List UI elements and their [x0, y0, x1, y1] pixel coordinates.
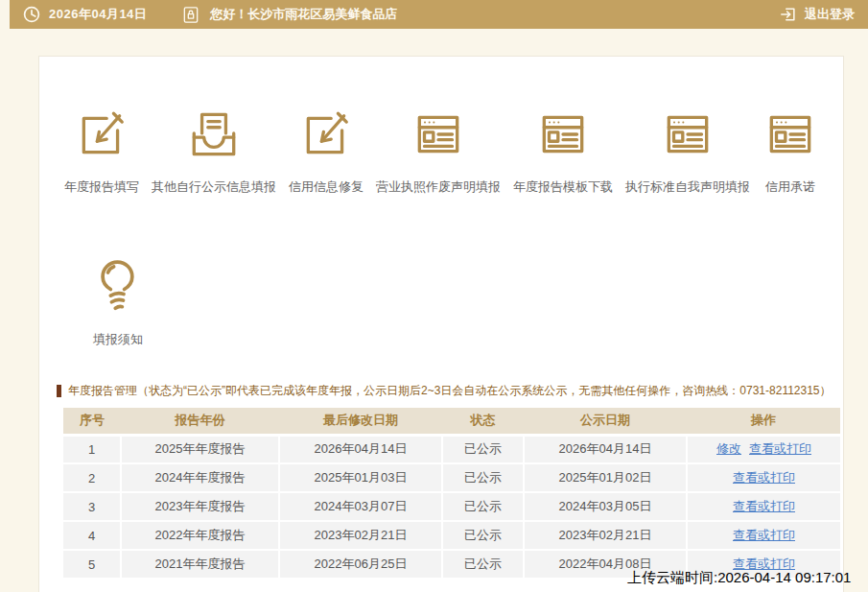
feature-credit-repair[interactable]: 信用信息修复 [289, 107, 364, 196]
cell-status: 已公示 [442, 521, 524, 550]
upload-timestamp-watermark: 上传云端时间:2026-04-14 09:17:01 [627, 569, 851, 587]
cell-published: 2025年01月02日 [524, 463, 687, 492]
feature-report-template-download[interactable]: 年度报告模板下载 [513, 107, 613, 196]
cell-year: 2024年年度报告 [121, 463, 279, 492]
view-print-link[interactable]: 查看或打印 [733, 470, 795, 485]
cell-modified: 2022年06月25日 [279, 550, 442, 579]
cell-modified: 2024年03月07日 [279, 492, 442, 521]
col-header-status: 状态 [442, 408, 524, 435]
feature-standard-self-declaration[interactable]: 执行标准自我声明填报 [625, 107, 750, 196]
cell-no: 5 [63, 550, 121, 579]
logout-label: 退出登录 [805, 6, 855, 23]
cell-year: 2025年年度报告 [121, 435, 279, 463]
col-header-no: 序号 [63, 408, 121, 435]
section-note-text: 年度报告管理（状态为“已公示”即代表已完成该年度年报，公示日期后2~3日会自动在… [68, 383, 832, 399]
feature-label: 信用承诺 [765, 178, 815, 196]
user-badge-icon [183, 6, 199, 24]
browser-form-icon [535, 107, 591, 162]
cell-year: 2021年年度报告 [121, 550, 279, 579]
feature-label: 营业执照作废声明填报 [376, 178, 501, 196]
browser-form-icon [411, 107, 466, 162]
cell-actions: 修改查看或打印 [687, 435, 840, 463]
main-panel: 年度报告填写 其他自行公示信息填报 信用信息修复 [38, 56, 844, 592]
feature-label: 执行标准自我声明填报 [625, 178, 750, 196]
cell-modified: 2026年04月14日 [279, 435, 442, 463]
browser-form-icon [762, 107, 818, 162]
cell-no: 3 [63, 492, 121, 521]
col-header-year: 报告年份 [121, 408, 279, 435]
cell-status: 已公示 [442, 492, 524, 521]
feature-license-void-declaration[interactable]: 营业执照作废声明填报 [376, 107, 501, 196]
view-print-link[interactable]: 查看或打印 [733, 499, 795, 513]
table-row: 3 2023年年度报告 2024年03月07日 已公示 2024年03月05日 … [63, 492, 840, 521]
table-row: 2 2024年年度报告 2025年01月03日 已公示 2025年01月02日 … [63, 463, 840, 492]
cell-year: 2023年年度报告 [121, 492, 279, 521]
cell-status: 已公示 [442, 550, 524, 579]
inbox-document-icon [186, 107, 242, 162]
feature-label: 其他自行公示信息填报 [152, 178, 276, 196]
feature-annual-report-fill[interactable]: 年度报告填写 [64, 107, 139, 196]
feature-filing-instructions[interactable]: 填报须知 [83, 256, 152, 348]
cell-no: 4 [63, 521, 121, 550]
feature-grid: 年度报告填写 其他自行公示信息填报 信用信息修复 [39, 107, 843, 196]
feature-credit-commitment[interactable]: 信用承诺 [762, 107, 818, 196]
cell-status: 已公示 [442, 435, 524, 463]
view-print-link[interactable]: 查看或打印 [749, 441, 811, 456]
logout-icon [780, 6, 797, 23]
cell-status: 已公示 [442, 463, 524, 492]
logout-button[interactable]: 退出登录 [780, 6, 855, 23]
feature-label: 年度报告模板下载 [513, 178, 613, 196]
cell-no: 1 [63, 435, 121, 463]
section-marker [57, 385, 61, 397]
cell-actions: 查看或打印 [687, 521, 840, 550]
col-header-published: 公示日期 [524, 408, 687, 435]
user-greeting: 您好！长沙市雨花区易美鲜食品店 [210, 6, 397, 23]
lightbulb-icon [88, 256, 148, 321]
modify-link[interactable]: 修改 [716, 441, 741, 456]
browser-form-icon [660, 107, 716, 162]
cell-published: 2024年03月05日 [524, 492, 687, 521]
cell-year: 2022年年度报告 [121, 521, 279, 550]
current-date: 2026年04月14日 [49, 6, 147, 23]
table-row: 4 2022年年度报告 2023年02月21日 已公示 2023年02月21日 … [63, 521, 840, 550]
cell-published: 2023年02月21日 [524, 521, 687, 550]
edit-square-icon [74, 107, 129, 162]
annual-report-section-note: 年度报告管理（状态为“已公示”即代表已完成该年度年报，公示日期后2~3日会自动在… [57, 383, 833, 399]
cell-modified: 2025年01月03日 [279, 463, 442, 492]
view-print-link[interactable]: 查看或打印 [733, 528, 795, 542]
feature-other-public-info[interactable]: 其他自行公示信息填报 [152, 107, 276, 196]
annual-report-table: 序号 报告年份 最后修改日期 状态 公示日期 操作 1 2025年年度报告 20… [63, 408, 840, 580]
feature-label: 填报须知 [93, 331, 143, 348]
cell-actions: 查看或打印 [687, 463, 840, 492]
feature-label: 年度报告填写 [64, 178, 139, 196]
cell-modified: 2023年02月21日 [279, 521, 442, 550]
cell-actions: 查看或打印 [687, 492, 840, 521]
clock-icon [23, 6, 40, 23]
topbar: 2026年04月14日 您好！长沙市雨花区易美鲜食品店 退出登录 [10, 0, 868, 29]
table-header-row: 序号 报告年份 最后修改日期 状态 公示日期 操作 [63, 408, 840, 435]
cell-published: 2026年04月14日 [524, 435, 687, 463]
col-header-actions: 操作 [687, 408, 840, 435]
col-header-modified: 最后修改日期 [279, 408, 442, 435]
edit-square-icon [298, 107, 354, 162]
cell-no: 2 [63, 463, 121, 492]
table-row: 1 2025年年度报告 2026年04月14日 已公示 2026年04月14日 … [63, 435, 840, 463]
feature-label: 信用信息修复 [289, 178, 364, 196]
